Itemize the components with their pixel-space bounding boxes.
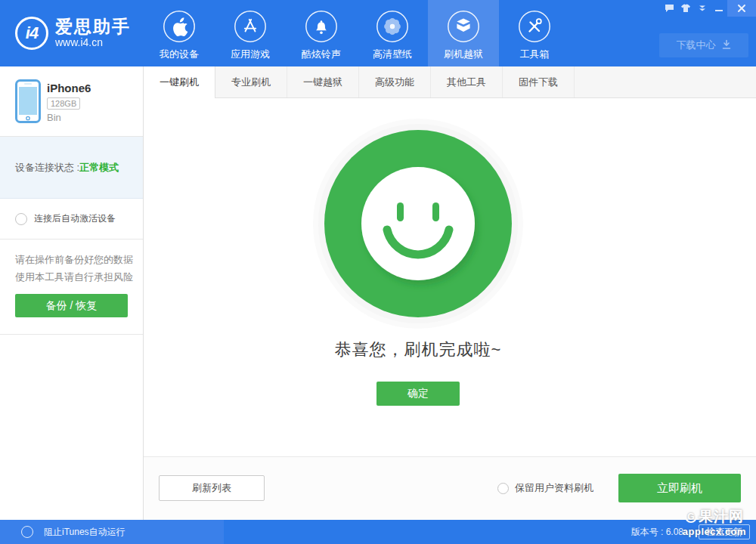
keep-userdata-option[interactable]: 保留用户资料刷机 <box>497 481 593 495</box>
nav-item-wallpapers[interactable]: 高清壁纸 <box>357 0 428 66</box>
app-window: i4 爱思助手 www.i4.cn 我的设备 <box>0 0 756 544</box>
flash-now-button[interactable]: 立即刷机 <box>618 474 741 502</box>
minimize-icon[interactable] <box>711 0 727 17</box>
device-owner: Bin <box>47 112 61 123</box>
message-icon[interactable] <box>661 0 677 17</box>
device-name: iPhone6 <box>47 82 91 94</box>
nav-label: 刷机越狱 <box>444 48 483 61</box>
download-center-label: 下载中心 <box>677 39 716 52</box>
nav-item-ringtones[interactable]: 酷炫铃声 <box>286 0 357 66</box>
version-text: 版本号 : 6.08 <box>631 520 683 544</box>
backup-restore-button[interactable]: 备份 / 恢复 <box>15 294 128 317</box>
block-itunes-radio[interactable] <box>21 526 33 538</box>
nav-label: 我的设备 <box>160 48 199 61</box>
device-info-panel: iPhone6 128GB Bin <box>0 66 143 137</box>
bell-icon <box>305 10 338 43</box>
refresh-list-button[interactable]: 刷新列表 <box>159 475 265 501</box>
dropdown-icon[interactable] <box>694 0 711 17</box>
footer-bar: 阻止iTunes自动运行 版本号 : 6.08 检查更新 <box>0 520 756 544</box>
apple-icon <box>163 10 196 43</box>
tab-firmware-download[interactable]: 固件下载 <box>503 66 575 97</box>
main-nav: 我的设备 应用游戏 <box>144 0 570 66</box>
warning-text-line2: 使用本工具请自行承担风险 <box>15 270 133 284</box>
nav-label: 高清壁纸 <box>373 48 412 61</box>
connection-status-value: 正常模式 <box>79 161 119 175</box>
keep-userdata-label: 保留用户资料刷机 <box>515 481 593 495</box>
logo-text: 爱思助手 www.i4.cn <box>55 17 131 49</box>
flash-success-message: 恭喜您，刷机完成啦~ <box>144 338 692 361</box>
block-itunes-option[interactable]: 阻止iTunes自动运行 <box>0 520 224 544</box>
main-panel: 一键刷机 专业刷机 一键越狱 高级功能 其他工具 固件下载 <box>144 66 756 520</box>
backup-warning-panel: 请在操作前备份好您的数据 使用本工具请自行承担风险 备份 / 恢复 <box>0 240 143 335</box>
appstore-icon <box>234 10 267 43</box>
iphone-icon <box>15 79 41 126</box>
warning-text-line1: 请在操作前备份好您的数据 <box>15 253 133 267</box>
nav-item-my-devices[interactable]: 我的设备 <box>144 0 215 66</box>
download-icon <box>721 39 732 52</box>
logo-badge-text: i4 <box>26 23 38 43</box>
sidebar: iPhone6 128GB Bin 设备连接状态 : 正常模式 连接后自动激活设… <box>0 66 144 520</box>
auto-activate-option[interactable]: 连接后自动激活设备 <box>0 199 143 240</box>
wallpaper-icon <box>376 10 409 43</box>
auto-activate-radio[interactable] <box>15 213 27 225</box>
close-icon[interactable] <box>727 0 756 17</box>
connection-status-label: 设备连接状态 : <box>15 161 79 175</box>
i4-logo-icon: i4 <box>15 17 48 50</box>
flash-tabbar: 一键刷机 专业刷机 一键越狱 高级功能 其他工具 固件下载 <box>144 66 756 98</box>
device-capacity-badge: 128GB <box>47 97 80 110</box>
block-itunes-label: 阻止iTunes自动运行 <box>44 526 125 539</box>
download-center-button[interactable]: 下载中心 <box>659 33 748 57</box>
flash-result-content: 恭喜您，刷机完成啦~ 确定 <box>144 98 756 456</box>
connection-status-panel: 设备连接状态 : 正常模式 <box>0 137 143 199</box>
nav-label: 工具箱 <box>520 48 550 61</box>
check-update-button[interactable]: 检查更新 <box>699 524 750 539</box>
nav-label: 应用游戏 <box>231 48 270 61</box>
tab-pro-flash[interactable]: 专业刷机 <box>215 66 287 97</box>
success-smiley-icon <box>312 118 524 332</box>
nav-item-apps-games[interactable]: 应用游戏 <box>215 0 286 66</box>
header-bar: i4 爱思助手 www.i4.cn 我的设备 <box>0 0 756 66</box>
skin-icon[interactable] <box>677 0 694 17</box>
jailbreak-icon <box>447 10 480 43</box>
nav-label: 酷炫铃声 <box>302 48 341 61</box>
keep-userdata-radio[interactable] <box>497 483 509 494</box>
auto-activate-label: 连接后自动激活设备 <box>34 212 116 225</box>
bottom-action-bar: 刷新列表 保留用户资料刷机 立即刷机 <box>144 456 756 520</box>
confirm-button[interactable]: 确定 <box>376 382 460 406</box>
tab-advanced-features[interactable]: 高级功能 <box>359 66 431 97</box>
toolbox-icon <box>518 10 551 43</box>
app-website: www.i4.cn <box>55 36 131 49</box>
window-controls <box>661 0 756 17</box>
tab-one-click-jailbreak[interactable]: 一键越狱 <box>287 66 359 97</box>
tab-one-click-flash[interactable]: 一键刷机 <box>144 66 215 98</box>
app-logo: i4 爱思助手 www.i4.cn <box>15 17 131 50</box>
app-title: 爱思助手 <box>55 17 131 36</box>
nav-item-toolbox[interactable]: 工具箱 <box>499 0 570 66</box>
tab-other-tools[interactable]: 其他工具 <box>431 66 503 97</box>
nav-item-flash-jailbreak[interactable]: 刷机越狱 <box>428 0 499 66</box>
